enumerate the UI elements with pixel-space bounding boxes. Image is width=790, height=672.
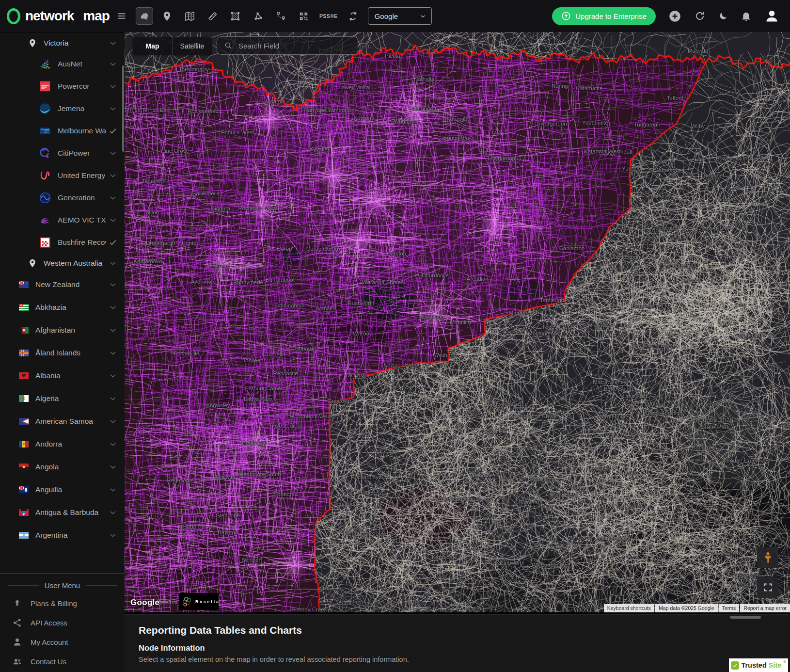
sidebar-item-bushfire-recovery[interactable]: Bushfire Recovery — [0, 231, 125, 254]
qr-code-icon[interactable] — [295, 7, 313, 25]
australia-map-icon[interactable] — [136, 7, 153, 25]
upgrade-to-enterprise-button[interactable]: Upgrade to Enterprise — [552, 7, 656, 25]
sync-icon[interactable] — [345, 7, 362, 25]
upgrade-arrow-icon — [561, 11, 571, 21]
map-tab[interactable]: Map — [133, 37, 173, 55]
sidebar-item-abkhazia[interactable]: Abkhazia — [0, 296, 125, 319]
sidebar-item-western-australia[interactable]: Western Australia — [0, 254, 125, 273]
united-energy-logo-icon — [39, 169, 51, 182]
sidebar-item-jemena[interactable]: Jemena — [0, 97, 125, 120]
chevron-down-icon — [108, 371, 118, 381]
people-icon — [12, 656, 22, 667]
map-attribution: Keyboard shortcutsMap data ©2025 GoogleT… — [604, 604, 790, 612]
map-viewport[interactable]: TorrumbarryBarmahPicolaLower MoiraMoamaN… — [125, 32, 790, 612]
fullscreen-icon — [763, 582, 773, 592]
sidebar-item-generation[interactable]: Generation — [0, 187, 125, 209]
sidebar-item-label: Åland Islands — [35, 349, 80, 357]
divider — [8, 585, 39, 586]
pegman-icon — [761, 551, 774, 564]
chevron-down-icon — [108, 485, 118, 495]
sidebar-item-label: Bushfire Recovery — [58, 238, 106, 247]
chevron-down-icon — [108, 171, 118, 180]
map-attribution-report-a-map-error[interactable]: Report a map error — [740, 604, 790, 612]
add-icon[interactable] — [668, 10, 681, 23]
dark-mode-moon-icon[interactable] — [718, 11, 728, 21]
sidebar-item-new-zealand[interactable]: New Zealand — [0, 273, 125, 296]
user-menu-item-plans-billing[interactable]: Plans & Billing — [0, 593, 125, 613]
account-avatar[interactable] — [764, 9, 779, 24]
sidebar-item-united-energy[interactable]: United Energy — [0, 164, 125, 187]
street-view-pegman[interactable] — [757, 547, 778, 568]
trustedsite-badge[interactable]: TrustedSite® — [729, 658, 788, 672]
sidebar-item-label: Angola — [35, 463, 59, 471]
flag-algeria-icon — [19, 395, 29, 402]
sidebar-item-victoria[interactable]: Victoria — [0, 33, 125, 53]
sidebar-item-afghanistan[interactable]: Afghanistan — [0, 319, 125, 341]
sidebar-item-label: Algeria — [35, 394, 59, 403]
sidebar-item-land-islands[interactable]: Åland Islands — [0, 341, 125, 364]
sidebar-item-citipower[interactable]: CitiPower — [0, 142, 125, 164]
chevron-down-icon — [108, 439, 118, 449]
sidebar-item-label: New Zealand — [35, 280, 79, 289]
citipower-logo-icon — [39, 147, 51, 160]
satellite-tab[interactable]: Satellite — [173, 37, 212, 55]
user-menu-item-api-access[interactable]: API Access — [0, 613, 125, 632]
app-logo[interactable]: network map — [7, 8, 110, 24]
draw-polygon-icon[interactable] — [250, 7, 267, 25]
location-marker-icon[interactable] — [158, 7, 176, 25]
user-menu-item-my-account[interactable]: My Account — [0, 632, 125, 652]
sidebar-item-label: Abkhazia — [35, 303, 66, 312]
sidebar-item-andorra[interactable]: Andorra — [0, 432, 125, 455]
sidebar-item-ausnet[interactable]: AusNet — [0, 53, 125, 75]
sidebar-item-powercor[interactable]: Powercor — [0, 75, 125, 97]
chevron-down-icon — [419, 13, 427, 20]
ausnet-logo-icon — [39, 58, 51, 70]
map-layers-icon[interactable] — [181, 7, 199, 25]
chevron-down-icon — [108, 394, 118, 403]
sidebar-item-aemo-vic-tx[interactable]: AEMO VIC TX — [0, 209, 125, 231]
map-search-box — [217, 36, 358, 55]
sidebar-item-argentina[interactable]: Argentina — [0, 524, 125, 546]
sidebar-item-label: Anguilla — [35, 485, 62, 494]
flag-albania-icon — [19, 372, 29, 379]
rosetta-logo[interactable]: Rosetta — [179, 593, 219, 610]
flag-land-islands-icon — [19, 350, 29, 356]
sidebar-item-antigua-barbuda[interactable]: Antigua & Barbuda — [0, 501, 125, 524]
sidebar-item-angola[interactable]: Angola — [0, 455, 125, 478]
sidebar-item-label: Andorra — [35, 440, 62, 448]
sidebar-item-label: Powercor — [58, 82, 89, 91]
fullscreen-button[interactable] — [757, 576, 778, 598]
google-logo[interactable]: Google — [130, 598, 159, 608]
chevron-down-icon — [108, 104, 118, 113]
reporting-panel: Reporting Data Tables and Charts Node In… — [125, 614, 790, 672]
trustedsite-reg: ® — [783, 660, 786, 664]
basemap-select[interactable]: Google — [368, 7, 432, 25]
sidebar-item-melbourne-water[interactable]: Melbourne Water — [0, 120, 125, 142]
upload-icon — [12, 598, 22, 608]
notifications-bell-icon[interactable] — [741, 11, 752, 22]
map-attribution-keyboard-shortcuts[interactable]: Keyboard shortcuts — [604, 604, 654, 612]
sidebar-item-american-samoa[interactable]: American Samoa — [0, 410, 125, 432]
flag-american-samoa-icon — [19, 418, 29, 425]
map-attribution-terms[interactable]: Terms — [719, 604, 740, 612]
panel-scrollbar[interactable] — [730, 616, 761, 619]
user-menu-item-contact-us[interactable]: Contact Us — [0, 652, 125, 671]
refresh-icon[interactable] — [694, 10, 706, 22]
chevron-down-icon — [108, 258, 118, 268]
route-planner-icon[interactable] — [272, 7, 290, 25]
sidebar-scrollbar[interactable] — [122, 65, 124, 152]
pss-e-label[interactable]: PSS®E — [319, 13, 338, 19]
select-area-icon[interactable] — [227, 7, 244, 25]
chevron-down-icon — [108, 348, 118, 358]
measure-ruler-icon[interactable] — [204, 7, 221, 25]
basemap-value: Google — [375, 12, 398, 20]
node-information-title: Node Information — [139, 643, 790, 653]
map-canvas[interactable] — [125, 32, 790, 612]
sidebar-item-label: Argentina — [35, 531, 67, 540]
trustedsite-check-icon — [731, 661, 739, 670]
sidebar-item-algeria[interactable]: Algeria — [0, 387, 125, 410]
search-input[interactable] — [237, 41, 351, 50]
sidebar-item-albania[interactable]: Albania — [0, 364, 125, 387]
menu-icon[interactable] — [115, 10, 128, 22]
sidebar-item-anguilla[interactable]: Anguilla — [0, 478, 125, 501]
